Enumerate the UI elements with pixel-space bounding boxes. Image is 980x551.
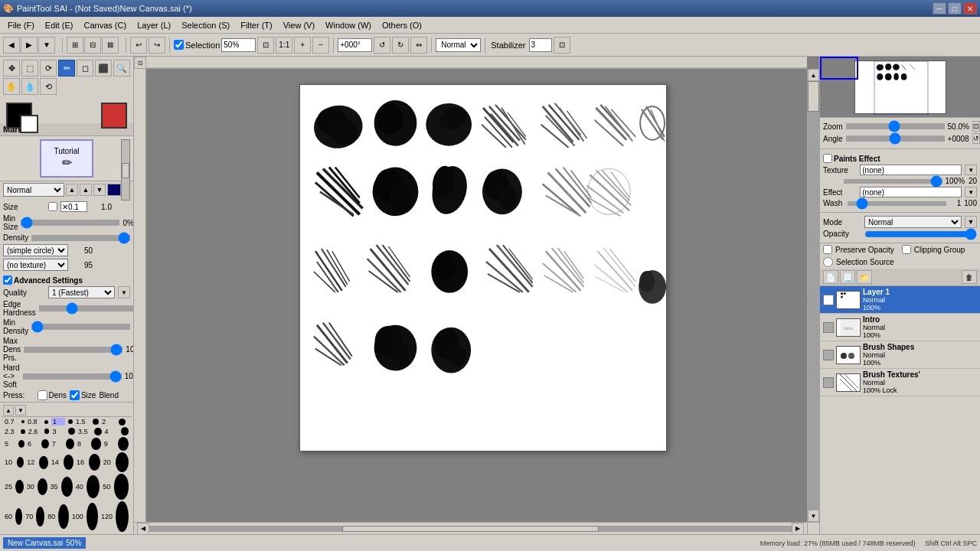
- preset-dot[interactable]: [44, 429, 50, 434]
- tool-select-lasso[interactable]: ⟳: [40, 60, 57, 77]
- preset-scroll-down[interactable]: ▼: [15, 405, 26, 416]
- size-checkbox[interactable]: [48, 202, 57, 211]
- layer-vis-intro[interactable]: [823, 322, 834, 333]
- preset-dot[interactable]: [116, 452, 129, 472]
- blend-arrow-down[interactable]: ▼: [93, 184, 106, 196]
- preset-dot[interactable]: [39, 456, 47, 469]
- preset-dot[interactable]: [116, 501, 129, 532]
- secondary-color-swatch[interactable]: [20, 115, 38, 133]
- max-dens-slider[interactable]: [24, 347, 122, 353]
- density-slider[interactable]: [31, 235, 130, 241]
- quality-select[interactable]: 1 (Fastest): [48, 286, 115, 298]
- tool-eyedrop[interactable]: 💧: [21, 78, 38, 95]
- preset-dot[interactable]: [93, 419, 99, 425]
- selection-checkbox[interactable]: [174, 40, 184, 50]
- canvas-corner-tl[interactable]: ⊡: [134, 57, 146, 69]
- stabilizer-input[interactable]: [529, 38, 552, 52]
- preset-dot[interactable]: [68, 428, 75, 435]
- angle-btn-1[interactable]: ↺: [972, 133, 980, 144]
- hscroll-thumb[interactable]: [342, 526, 599, 532]
- color-indicator[interactable]: [107, 184, 121, 196]
- quality-btn[interactable]: ▼: [118, 286, 130, 298]
- tool-zoom[interactable]: 🔍: [113, 60, 130, 77]
- blend-arrow-up[interactable]: ▲: [66, 184, 78, 196]
- menu-edit[interactable]: Edit (E): [41, 19, 78, 31]
- hscroll-track[interactable]: [149, 526, 792, 532]
- preset-dot[interactable]: [15, 508, 22, 525]
- preset-dot[interactable]: [121, 427, 129, 435]
- toolbar-undo[interactable]: ↩: [130, 37, 147, 54]
- new-linework-layer-btn[interactable]: 📃: [840, 270, 855, 284]
- stabilizer-toggle[interactable]: ⊡: [554, 37, 570, 54]
- preset-dot[interactable]: [118, 437, 129, 451]
- preset-dot[interactable]: [21, 420, 24, 423]
- rotate-left[interactable]: ↺: [374, 37, 390, 54]
- brush-preview-scroll[interactable]: [121, 139, 130, 201]
- advanced-checkbox[interactable]: [3, 276, 12, 285]
- effect-btn[interactable]: ▼: [965, 187, 977, 197]
- preset-dot[interactable]: [15, 480, 23, 494]
- zoom-100[interactable]: 1:1: [276, 37, 292, 54]
- menu-window[interactable]: Window (W): [321, 19, 376, 31]
- maximize-button[interactable]: □: [948, 2, 962, 15]
- preset-dot[interactable]: [94, 428, 101, 435]
- preset-dot[interactable]: [44, 420, 48, 424]
- paints-effect-checkbox[interactable]: [823, 154, 832, 163]
- zoom-btn-1[interactable]: ⊡: [972, 121, 980, 132]
- tool-select-rect[interactable]: ⬚: [21, 60, 38, 77]
- hscroll-right[interactable]: ▶: [792, 523, 804, 535]
- selection-source-radio[interactable]: [823, 257, 833, 267]
- menu-file[interactable]: File (F): [3, 19, 39, 31]
- clipping-checkbox[interactable]: [902, 245, 911, 254]
- new-folder-btn[interactable]: 📁: [857, 270, 872, 284]
- close-button[interactable]: ✕: [963, 2, 977, 15]
- preset-dot[interactable]: [18, 440, 24, 448]
- tool-move[interactable]: ✥: [3, 60, 20, 77]
- preset-dot[interactable]: [41, 439, 48, 448]
- blend-arrow-up2[interactable]: ▲: [80, 184, 92, 196]
- preset-dot[interactable]: [61, 477, 73, 497]
- toolbar-snap[interactable]: ⊠: [102, 37, 119, 54]
- preset-dot[interactable]: [119, 419, 126, 425]
- menu-canvas[interactable]: Canvas (C): [80, 19, 132, 31]
- layer-vis-layer1[interactable]: ✓: [823, 295, 834, 305]
- preserve-checkbox[interactable]: [823, 245, 832, 254]
- toolbar-redo[interactable]: ↪: [149, 37, 165, 54]
- new-raster-layer-btn[interactable]: 📄: [823, 270, 838, 284]
- blend-mode-select[interactable]: Normal: [3, 183, 64, 197]
- preset-dot[interactable]: [66, 439, 74, 449]
- texture-select[interactable]: (no texture): [3, 259, 68, 271]
- preset-scroll-up[interactable]: ▲: [3, 405, 14, 416]
- preset-dot[interactable]: [58, 504, 69, 529]
- vscroll-down[interactable]: ▼: [808, 510, 819, 522]
- wash-slider[interactable]: [848, 201, 946, 206]
- drawing-canvas[interactable]: [299, 84, 667, 452]
- effect-input[interactable]: [860, 187, 962, 197]
- preset-dot[interactable]: [87, 475, 100, 498]
- zoom-input[interactable]: [221, 38, 256, 52]
- vscroll-track[interactable]: [808, 81, 819, 510]
- size-input1[interactable]: [60, 201, 87, 212]
- layer-vis-brush-shapes[interactable]: [823, 350, 834, 360]
- circle-select[interactable]: (simple circle): [3, 244, 68, 256]
- menu-view[interactable]: View (V): [279, 19, 319, 31]
- menu-others[interactable]: Others (O): [377, 19, 426, 31]
- opacity-slider[interactable]: [864, 231, 977, 237]
- delete-layer-btn[interactable]: 🗑: [962, 270, 977, 284]
- hscroll-left[interactable]: ◀: [137, 523, 149, 535]
- layer-item-brush-textures[interactable]: Brush Textures' Normal 100% Lock: [820, 369, 980, 396]
- texture-effect-input[interactable]: [860, 165, 962, 175]
- menu-selection[interactable]: Selection (S): [177, 19, 234, 31]
- tool-fill[interactable]: ⬛: [95, 60, 112, 77]
- tool-brush[interactable]: ✏: [58, 60, 75, 77]
- preset-dot[interactable]: [68, 419, 73, 424]
- toolbar-align[interactable]: ⊟: [84, 37, 101, 54]
- advanced-header[interactable]: Advanced Settings: [3, 276, 130, 285]
- dens-check-label[interactable]: Dens: [38, 390, 67, 400]
- size-check-label[interactable]: Size: [70, 390, 96, 400]
- active-color-swatch[interactable]: [101, 103, 127, 129]
- preset-dot[interactable]: [87, 503, 98, 530]
- min-density-slider[interactable]: [31, 324, 130, 330]
- mode-select-toolbar[interactable]: Normal: [436, 38, 481, 52]
- selection-checkbox-label[interactable]: Selection: [174, 40, 220, 50]
